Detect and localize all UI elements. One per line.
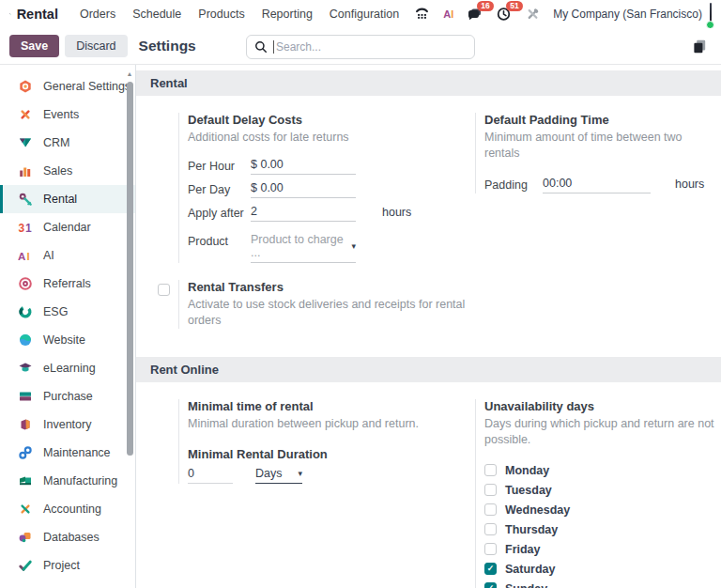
general-settings-icon — [18, 79, 33, 94]
product-label: Product — [188, 233, 251, 249]
minimal-rental-duration-row: 0 Days ▾ — [188, 467, 467, 484]
day-row-tuesday[interactable]: Tuesday — [484, 480, 719, 500]
day-row-thursday[interactable]: Thursday — [484, 519, 719, 539]
section-header-rental: Rental — [136, 70, 721, 96]
product-select[interactable]: Product to charge ... ▾ — [251, 233, 356, 263]
rental-app-key-icon[interactable] — [9, 5, 11, 23]
svg-text:I: I — [27, 251, 30, 262]
monday-checkbox[interactable] — [484, 464, 497, 476]
day-label: Thursday — [505, 523, 558, 536]
menu-products[interactable]: Products — [198, 8, 244, 21]
per-hour-input[interactable]: $ 0.00 — [251, 158, 356, 175]
sidebar-item-sales[interactable]: Sales — [0, 157, 135, 185]
menu-reporting[interactable]: Reporting — [262, 8, 313, 21]
sunday-checkbox[interactable] — [484, 582, 497, 588]
setting-unavailability-days: Unavailability days Days during which pi… — [467, 399, 721, 588]
sidebar-item-events[interactable]: Events — [0, 101, 135, 129]
menu-schedule[interactable]: Schedule — [132, 8, 181, 21]
field-row-product: Product Product to charge ... ▾ — [188, 233, 467, 263]
sales-icon — [18, 163, 33, 178]
rental-transfers-checkbox[interactable] — [158, 284, 170, 296]
sidebar-item-elearning[interactable]: eLearning — [0, 354, 135, 382]
svg-text:1: 1 — [25, 222, 32, 235]
sidebar-label: Events — [43, 108, 79, 121]
sidebar-scrollbar[interactable]: ▲ — [125, 70, 134, 456]
sidebar-item-website[interactable]: Website — [0, 326, 135, 354]
wednesday-checkbox[interactable] — [484, 503, 497, 516]
day-row-friday[interactable]: Friday — [484, 539, 719, 559]
sidebar-item-maintenance[interactable]: Maintenance — [0, 439, 135, 467]
field-row-per-day: Per Day $ 0.00 — [188, 181, 467, 198]
sidebar-item-general-settings[interactable]: General Settings — [0, 72, 135, 101]
top-nav-bar: Rental Orders Schedule Products Reportin… — [0, 0, 721, 28]
sidebar-label: Inventory — [43, 418, 91, 431]
sidebar-item-ai[interactable]: A I AI — [0, 241, 135, 270]
sidebar-item-referrals[interactable]: Referrals — [0, 270, 135, 298]
day-row-wednesday[interactable]: Wednesday — [484, 500, 719, 519]
discard-button[interactable]: Discard — [65, 35, 127, 57]
section-header-rent-online: Rent Online — [136, 357, 721, 382]
messages-icon[interactable]: 16 — [467, 6, 483, 23]
setting-gutter — [467, 113, 475, 193]
sidebar-label: Maintenance — [43, 446, 111, 459]
scrollbar-up-arrow[interactable]: ▲ — [125, 70, 134, 78]
sidebar-item-calendar[interactable]: 3 1 Calendar — [0, 213, 135, 241]
apply-after-input[interactable]: 2 — [251, 205, 356, 222]
sidebar-item-rental[interactable]: Rental — [0, 185, 135, 213]
menu-orders[interactable]: Orders — [80, 8, 115, 21]
scrollbar-thumb[interactable] — [127, 82, 133, 456]
chevron-down-icon: ▾ — [351, 241, 356, 251]
day-row-monday[interactable]: Monday — [484, 460, 719, 480]
day-row-saturday[interactable]: Saturday — [484, 559, 719, 579]
main-area: General Settings Events CRM Sales — [0, 65, 721, 588]
sidebar-item-inventory[interactable]: Inventory — [0, 410, 135, 439]
setting-gutter — [467, 399, 475, 588]
menu-configuration[interactable]: Configuration — [330, 8, 399, 21]
sidebar-label: Purchase — [43, 390, 93, 403]
search-input[interactable]: Search... — [246, 35, 475, 59]
activities-clock-icon[interactable]: 51 — [496, 6, 512, 23]
tuesday-checkbox[interactable] — [484, 484, 497, 496]
user-avatar[interactable] — [710, 3, 712, 26]
sidebar-item-databases[interactable]: Databases — [0, 523, 135, 551]
text-cursor — [273, 40, 274, 54]
voip-phone-icon[interactable] — [414, 6, 430, 23]
sidebar-item-purchase[interactable]: Purchase — [0, 382, 135, 410]
sidebar-item-crm[interactable]: CRM — [0, 129, 135, 157]
friday-checkbox[interactable] — [484, 543, 497, 555]
sidebar-item-manufacturing[interactable]: Manufacturing — [0, 467, 135, 495]
sidebar-item-esg[interactable]: ESG — [0, 298, 135, 326]
padding-input[interactable]: 00:00 — [543, 177, 651, 193]
referrals-icon — [18, 276, 33, 291]
rental-transfers-title[interactable]: Rental Transfers — [188, 280, 467, 294]
tools-wrench-icon[interactable] — [525, 6, 541, 23]
duration-unit-select[interactable]: Days ▾ — [255, 467, 302, 484]
settings-content: Rental Default Delay Costs Additional co… — [136, 65, 721, 588]
app-name[interactable]: Rental — [17, 7, 58, 22]
sidebar-item-accounting[interactable]: Accounting — [0, 495, 135, 523]
sidebar-label: Website — [43, 333, 85, 347]
sidebar-item-project[interactable]: Project — [0, 551, 135, 580]
sidebar-label: Project — [43, 559, 80, 572]
apply-after-suffix: hours — [356, 205, 467, 219]
thursday-checkbox[interactable] — [484, 523, 497, 535]
duration-value-input[interactable]: 0 — [188, 467, 233, 484]
svg-text:3: 3 — [19, 222, 25, 235]
setting-minimal-time: Minimal time of rental Minimal duration … — [151, 399, 467, 484]
unavailability-subtitle: Days during which pickup and return are … — [484, 416, 719, 448]
field-row-padding: Padding 00:00 hours — [484, 177, 721, 193]
maintenance-icon — [18, 445, 33, 460]
ai-app-icon: A I — [18, 248, 33, 263]
company-switcher[interactable]: My Company (San Francisco) — [553, 8, 702, 21]
day-row-sunday[interactable]: Sunday — [484, 579, 719, 588]
per-day-input[interactable]: $ 0.00 — [251, 181, 356, 198]
save-button[interactable]: Save — [9, 35, 59, 57]
setting-default-padding-time: Default Padding Time Minimum amount of t… — [467, 113, 721, 193]
product-placeholder: Product to charge ... — [251, 233, 347, 259]
per-day-label: Per Day — [188, 181, 251, 197]
saturday-checkbox[interactable] — [484, 563, 497, 575]
copy-stack-icon[interactable] — [691, 38, 708, 54]
ai-icon[interactable]: AI — [443, 6, 453, 23]
crm-icon — [18, 135, 33, 150]
day-label: Monday — [505, 464, 549, 477]
